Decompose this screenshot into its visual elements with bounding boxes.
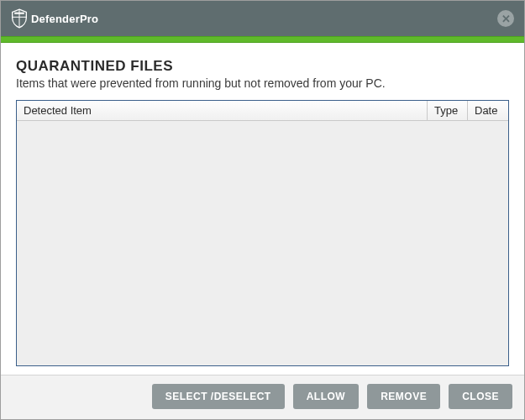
titlebar: DefenderPro ✕ <box>1 1 524 36</box>
app-window: DefenderPro ✕ QUARANTINED FILES Items th… <box>0 0 525 420</box>
column-header-detected-item[interactable]: Detected Item <box>17 101 428 120</box>
allow-button[interactable]: ALLOW <box>293 384 360 409</box>
footer-toolbar: SELECT /DESELECT ALLOW REMOVE CLOSE <box>1 375 524 419</box>
column-header-date[interactable]: Date <box>468 101 508 120</box>
app-name: DefenderPro <box>31 13 98 25</box>
close-icon: ✕ <box>501 13 511 24</box>
table-header-row: Detected Item Type Date <box>17 101 508 121</box>
select-deselect-button[interactable]: SELECT /DESELECT <box>152 384 285 409</box>
page-title: QUARANTINED FILES <box>16 58 509 75</box>
column-header-type[interactable]: Type <box>428 101 468 120</box>
app-logo: DefenderPro <box>11 8 98 29</box>
window-close-button[interactable]: ✕ <box>497 10 514 27</box>
table-body[interactable] <box>17 121 508 365</box>
close-button[interactable]: CLOSE <box>449 384 512 409</box>
page-subtitle: Items that were prevented from running b… <box>16 76 509 90</box>
accent-bar <box>1 36 524 43</box>
remove-button[interactable]: REMOVE <box>367 384 440 409</box>
quarantine-table: Detected Item Type Date <box>16 100 509 366</box>
content-area: QUARANTINED FILES Items that were preven… <box>1 43 524 375</box>
shield-icon <box>11 8 28 29</box>
